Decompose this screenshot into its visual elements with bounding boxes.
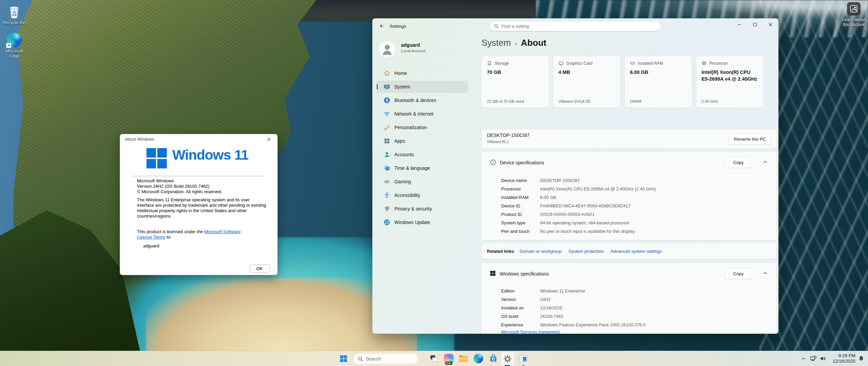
search-icon — [358, 356, 363, 362]
chevron-up-icon[interactable] — [763, 161, 767, 163]
spec-row: Device nameDESKTOP-1S0CI87 — [501, 176, 580, 185]
spec-row: Pen and touchNo pen or touch input is av… — [501, 227, 635, 236]
window-controls — [731, 19, 778, 30]
user-avatar[interactable] — [379, 41, 395, 57]
spec-row: Device IDFA406BED-06C4-4E47-9593-4D6BC6D… — [501, 202, 631, 210]
windows-11-logo-icon — [146, 148, 167, 168]
accessibility-person-icon — [383, 192, 390, 199]
user-name: adguard — [401, 42, 420, 48]
spec-row: Installed on12/16/2025 — [501, 304, 562, 312]
sidebar-item-home[interactable]: Home — [377, 67, 468, 79]
sidebar-item-apps[interactable]: Apps — [377, 135, 468, 147]
learn-about-picture[interactable]: Learn about this picture — [840, 2, 868, 27]
spec-row: Version24H2 — [501, 295, 551, 304]
search-icon — [494, 24, 499, 29]
task-view-button[interactable] — [427, 352, 440, 365]
graphics-card-icon — [558, 61, 564, 66]
learn-label-line1: Learn about — [840, 17, 868, 22]
rename-pc-button[interactable]: Rename this PC — [728, 134, 771, 145]
start-button[interactable] — [337, 352, 350, 365]
window-title: Settings — [390, 24, 406, 29]
sidebar-item-gaming[interactable]: Gaming — [377, 176, 468, 188]
sidebar-item-time-language[interactable]: Time & language — [377, 162, 468, 174]
clock[interactable]: 9:29 PM 12/16/2025 — [828, 353, 855, 364]
about-windows-taskbar-button[interactable] — [516, 352, 530, 365]
edge-label: Microsoft Edge — [0, 48, 28, 59]
taskbar-search — [353, 353, 418, 364]
card-storage: Storage 70 GB 22 GB of 70 GB used — [481, 56, 549, 108]
spec-row: Product ID00329-00000-00003-AA921 — [501, 210, 594, 219]
store-icon — [489, 354, 498, 363]
back-button[interactable] — [377, 21, 387, 30]
chevron-up-icon[interactable] — [763, 272, 767, 274]
dialog-titlebar[interactable]: About Windows — [120, 134, 277, 144]
shield-icon — [383, 205, 390, 212]
edge-taskbar-button[interactable] — [472, 352, 485, 365]
desktop-icon-microsoft-edge[interactable]: Microsoft Edge — [0, 33, 28, 59]
dialog-close-button[interactable] — [262, 135, 275, 144]
shortcut-arrow-icon — [6, 43, 11, 48]
wifi-icon — [383, 110, 390, 117]
paintbrush-icon — [383, 124, 390, 131]
maximize-button[interactable] — [747, 19, 763, 30]
section-title: Device specifications — [500, 160, 544, 165]
settings-taskbar-button[interactable] — [501, 352, 514, 366]
sidebar-item-bluetooth-devices[interactable]: Bluetooth & devices — [377, 94, 468, 106]
network-tray-button[interactable] — [809, 352, 818, 365]
sidebar-item-accounts[interactable]: Accounts — [377, 148, 468, 161]
device-specifications-panel[interactable]: Device specifications Copy Device nameDE… — [481, 151, 776, 240]
sidebar-item-personalization[interactable]: Personalization — [377, 121, 468, 134]
recycle-bin-label: Recycle Bin — [0, 20, 28, 25]
sidebar-item-network-internet[interactable]: Network & internet — [377, 108, 468, 120]
link-domain-workgroup[interactable]: Domain or workgroup — [519, 249, 561, 254]
recycle-bin-icon — [7, 3, 22, 19]
ethernet-icon — [810, 355, 817, 362]
chevron-up-icon — [801, 356, 806, 361]
window-icon — [519, 354, 528, 363]
link-advanced-system-settings[interactable]: Advanced system settings — [611, 249, 662, 254]
sidebar-item-accessibility[interactable]: Accessibility — [377, 189, 468, 201]
ram-icon — [630, 61, 635, 66]
edge-icon — [474, 354, 483, 363]
microsoft-services-agreement-link[interactable]: Microsoft Services Agreement — [501, 329, 560, 334]
minimize-button[interactable] — [731, 19, 747, 30]
settings-search-input[interactable] — [490, 21, 661, 32]
license-prefix: This product is licensed under the — [137, 229, 204, 234]
copy-button[interactable]: Copy — [725, 157, 752, 168]
license-suffix: to: — [165, 235, 172, 240]
breadcrumb-parent[interactable]: System — [481, 38, 511, 48]
related-links-title: Related links — [487, 249, 514, 254]
volume-tray-button[interactable] — [818, 352, 828, 365]
dialog-license-paragraph: This product is licensed under the Micro… — [137, 229, 256, 240]
windows-logo-icon — [490, 270, 496, 276]
ok-button[interactable]: OK — [250, 264, 270, 273]
dialog-separator — [132, 176, 265, 176]
desktop-icon-recycle-bin[interactable]: Recycle Bin — [0, 3, 28, 25]
learn-label-line2: this picture — [840, 22, 868, 27]
home-icon — [383, 70, 390, 77]
windows-specifications-panel[interactable]: Windows specifications Copy EditionWindo… — [481, 263, 776, 334]
sidebar-item-system[interactable]: System — [377, 81, 468, 93]
spec-row: ExperienceWindows Feature Experience Pac… — [501, 321, 646, 329]
sidebar-item-windows-update[interactable]: Windows Update — [377, 216, 468, 228]
link-system-protection[interactable]: System protection — [568, 249, 604, 254]
avatar-person-icon — [379, 41, 395, 57]
copilot-icon: M365 — [444, 354, 454, 364]
minimize-icon — [737, 23, 741, 26]
close-button[interactable] — [763, 19, 778, 30]
settings-window: Settings adguard Local Account Home Syst… — [372, 18, 778, 334]
sidebar-item-privacy-security[interactable]: Privacy & security — [377, 203, 468, 215]
microsoft-store-button[interactable] — [487, 352, 500, 365]
notifications-button[interactable]: z — [856, 352, 866, 365]
breadcrumb: System › About — [481, 38, 546, 48]
file-explorer-button[interactable] — [457, 352, 470, 365]
section-title: Windows specifications — [500, 271, 549, 277]
summary-cards: Storage 70 GB 22 GB of 70 GB used Graphi… — [481, 56, 776, 108]
tray-overflow-button[interactable] — [799, 352, 808, 365]
copilot-m365-button[interactable]: M365 — [442, 352, 455, 365]
device-name-panel: DESKTOP-1S0CI87 VMware20,1 Rename this P… — [481, 129, 776, 149]
processor-icon — [702, 61, 707, 66]
bell-dnd-icon: z — [858, 355, 865, 362]
close-icon — [769, 23, 772, 26]
copy-button[interactable]: Copy — [725, 268, 752, 279]
